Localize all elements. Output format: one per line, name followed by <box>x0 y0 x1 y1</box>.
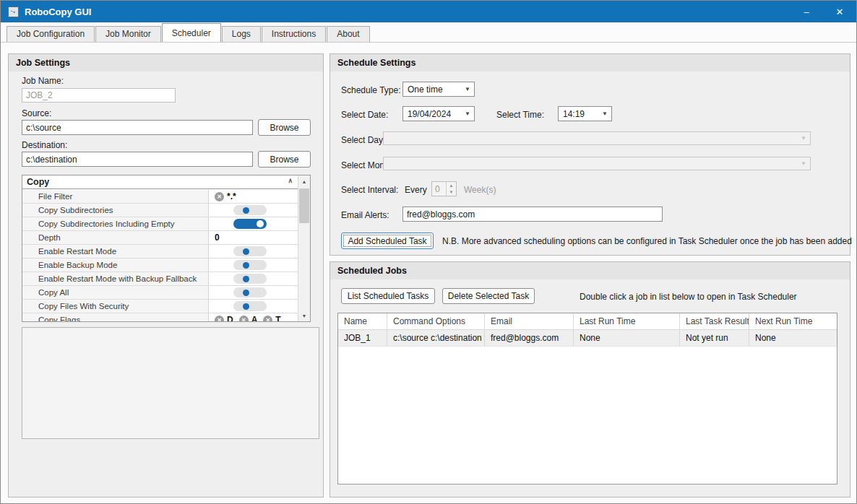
list-scheduled-tasks-button[interactable]: List Scheduled Tasks <box>341 288 435 304</box>
browse-destination-button[interactable]: Browse <box>258 151 311 168</box>
copy-group-title: Copy <box>27 177 49 187</box>
toggle-switch[interactable] <box>233 205 267 215</box>
tab-job-monitor[interactable]: Job Monitor <box>95 26 161 42</box>
column-header[interactable]: Last Run Time <box>574 313 680 329</box>
toggle-switch[interactable] <box>233 287 267 297</box>
app-icon <box>8 6 19 17</box>
window-title: RoboCopy GUI <box>25 6 91 17</box>
column-header[interactable]: Command Options <box>387 313 485 329</box>
chevron-down-icon: ▼ <box>465 110 474 117</box>
scrollbar-thumb[interactable] <box>299 188 309 223</box>
toggle-knob <box>243 303 249 310</box>
copy-option-label: Copy Subdirectories <box>22 204 209 217</box>
toggle-switch[interactable] <box>233 219 267 229</box>
scheduler-note: N.B. More advanced scheduling options ca… <box>442 236 852 246</box>
job-name-input[interactable]: JOB_2 <box>22 88 176 103</box>
copy-option-value: ✕*.* <box>209 190 298 203</box>
collapse-chevron-icon[interactable]: ∧ <box>288 177 293 184</box>
toggle-switch[interactable] <box>233 246 267 256</box>
remove-circle-icon[interactable]: ✕ <box>215 316 224 323</box>
scroll-up-icon[interactable]: ▲ <box>298 175 310 187</box>
chevron-down-icon: ▼ <box>602 110 611 117</box>
copy-option-row: Depth0 <box>22 231 298 245</box>
toggle-knob <box>243 276 249 282</box>
toggle-switch[interactable] <box>233 301 267 311</box>
chevron-down-icon: ▼ <box>465 86 474 92</box>
copy-option-row: Enable Backup Mode <box>22 258 298 272</box>
copy-option-label: Enable Restart Mode <box>22 245 209 258</box>
interval-stepper: 0 ▲ ▼ <box>431 181 457 196</box>
scroll-down-icon[interactable]: ▼ <box>298 310 310 321</box>
copy-option-row: File Filter✕*.* <box>22 190 298 204</box>
tab-instructions[interactable]: Instructions <box>262 26 326 42</box>
chevron-down-icon: ▼ <box>801 160 810 167</box>
source-input[interactable]: c:\source <box>22 120 253 135</box>
scheduled-jobs-title: Scheduled Jobs <box>330 262 850 279</box>
delete-selected-task-button[interactable]: Delete Selected Task <box>442 288 535 304</box>
select-months-select: ▼ <box>383 157 811 170</box>
tab-scheduler[interactable]: Scheduler <box>162 23 221 42</box>
copy-option-value <box>209 245 298 258</box>
copy-flag-value: T <box>275 315 280 322</box>
tab-job-configuration[interactable]: Job Configuration <box>7 26 95 42</box>
copy-option-label: Enable Backup Mode <box>22 258 209 271</box>
file-filter-value: *.* <box>227 191 236 201</box>
remove-circle-icon[interactable]: ✕ <box>215 192 224 201</box>
column-header[interactable]: Next Run Time <box>749 313 837 329</box>
copy-flag-value: A <box>251 315 258 322</box>
job-settings-panel: Job Settings Job Name: JOB_2 Source: c:\… <box>8 53 324 498</box>
column-header[interactable]: Email <box>485 313 574 329</box>
title-bar: RoboCopy GUI – ✕ <box>1 1 856 22</box>
email-alerts-input[interactable]: fred@bloggs.com <box>402 207 663 222</box>
select-date-picker[interactable]: 19/04/2024 ▼ <box>402 106 475 121</box>
copy-option-row: Enable Restart Mode with Backup Fallback <box>22 272 298 286</box>
destination-label: Destination: <box>22 140 67 150</box>
stepper-up-icon: ▲ <box>447 182 456 189</box>
copy-options-rows: File Filter✕*.*Copy SubdirectoriesCopy S… <box>22 190 298 321</box>
source-label: Source: <box>22 108 51 118</box>
column-header[interactable]: Name <box>338 313 387 329</box>
copy-option-value <box>209 286 298 299</box>
tab-about[interactable]: About <box>327 26 369 42</box>
select-days-select: ▼ <box>383 131 811 145</box>
minimize-button[interactable]: – <box>790 1 823 22</box>
copy-options-list: Copy ∧ File Filter✕*.*Copy Subdirectorie… <box>22 175 311 322</box>
copy-options-scrollbar[interactable]: ▲ ▼ <box>298 175 310 321</box>
stepper-down-icon: ▼ <box>447 189 456 196</box>
job-notes-box <box>22 327 319 439</box>
scheduled-jobs-table[interactable]: NameCommand OptionsEmailLast Run TimeLas… <box>337 313 837 485</box>
copy-option-row: Copy All <box>22 286 298 300</box>
table-cell: fred@bloggs.com <box>485 330 574 346</box>
toggle-knob <box>243 207 249 214</box>
email-alerts-label: Email Alerts: <box>341 210 389 220</box>
toggle-knob <box>243 290 249 296</box>
column-header[interactable]: Last Task Result <box>680 313 749 329</box>
copy-group-header[interactable]: Copy ∧ <box>22 175 310 189</box>
remove-circle-icon[interactable]: ✕ <box>239 316 249 323</box>
browse-source-button[interactable]: Browse <box>258 119 311 136</box>
toggle-switch[interactable] <box>233 274 267 284</box>
tab-logs[interactable]: Logs <box>222 26 261 42</box>
remove-circle-icon[interactable]: ✕ <box>263 316 272 323</box>
table-row[interactable]: JOB_1c:\source c:\destination "...fred@b… <box>338 330 837 347</box>
destination-input[interactable]: c:\destination <box>22 152 253 167</box>
select-time-picker[interactable]: 14:19 ▼ <box>558 106 612 121</box>
select-interval-label: Select Interval: <box>341 185 398 195</box>
copy-option-label: Copy All <box>22 286 209 299</box>
schedule-type-select[interactable]: One time ▼ <box>402 82 475 97</box>
toggle-knob <box>243 248 249 255</box>
select-date-value: 19/04/2024 <box>408 109 451 119</box>
copy-option-value: 0 <box>209 231 298 244</box>
select-time-value: 14:19 <box>563 109 585 119</box>
toggle-knob <box>243 262 249 269</box>
toggle-switch[interactable] <box>233 260 267 270</box>
table-cell: None <box>749 330 837 346</box>
copy-option-row: Copy Subdirectories Including Empty <box>22 217 298 231</box>
copy-option-value <box>209 300 298 313</box>
schedule-settings-title: Schedule Settings <box>330 54 850 71</box>
job-name-label: Job Name: <box>22 76 64 86</box>
copy-option-label: Depth <box>22 231 209 244</box>
add-scheduled-task-button[interactable]: Add Scheduled Task <box>341 233 434 249</box>
close-button[interactable]: ✕ <box>823 1 856 22</box>
copy-option-label: File Filter <box>22 190 209 203</box>
